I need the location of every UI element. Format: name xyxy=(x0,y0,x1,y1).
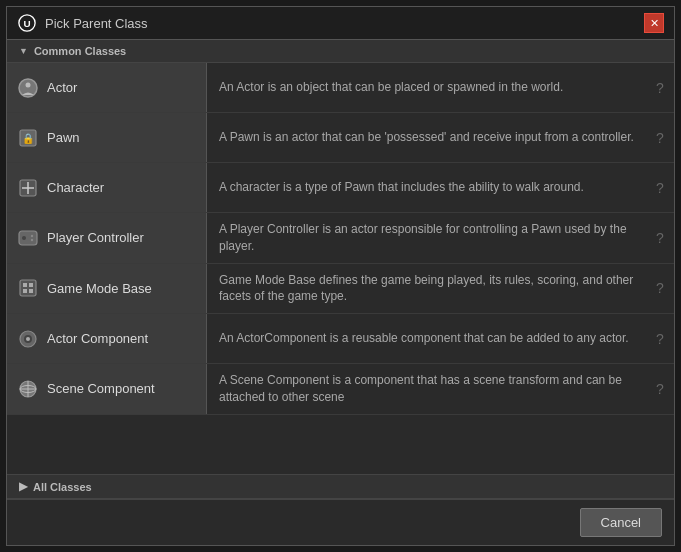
dialog-title: Pick Parent Class xyxy=(45,16,148,31)
class-row-scene-component: Scene Component A Scene Component is a c… xyxy=(7,364,674,415)
pick-parent-class-dialog: U Pick Parent Class ✕ ▼ Common Classes xyxy=(6,6,675,546)
title-bar-left: U Pick Parent Class xyxy=(17,13,148,33)
pawn-info-icon[interactable]: ? xyxy=(646,113,674,162)
bottom-bar: Cancel xyxy=(7,499,674,545)
player-controller-icon xyxy=(17,227,39,249)
game-mode-label: Game Mode Base xyxy=(47,281,152,296)
pawn-icon: 🔒 xyxy=(17,127,39,149)
game-mode-info-icon[interactable]: ? xyxy=(646,264,674,314)
common-classes-arrow-icon: ▼ xyxy=(19,46,28,56)
class-row-pawn: 🔒 Pawn A Pawn is an actor that can be 'p… xyxy=(7,113,674,163)
svg-text:U: U xyxy=(23,18,30,29)
actor-description: An Actor is an object that can be placed… xyxy=(207,63,646,112)
all-classes-label: All Classes xyxy=(33,481,92,493)
svg-point-12 xyxy=(31,239,33,241)
scene-component-icon xyxy=(17,378,39,400)
svg-rect-15 xyxy=(29,283,33,287)
svg-point-10 xyxy=(22,236,26,240)
all-classes-header[interactable]: ▶ All Classes xyxy=(7,474,674,499)
svg-rect-14 xyxy=(23,283,27,287)
game-mode-icon xyxy=(17,277,39,299)
svg-rect-16 xyxy=(23,289,27,293)
character-button[interactable]: Character xyxy=(7,163,207,212)
actor-button[interactable]: Actor xyxy=(7,63,207,112)
class-row-actor-component: Actor Component An ActorComponent is a r… xyxy=(7,314,674,364)
dialog-content: ▼ Common Classes Actor xyxy=(7,40,674,499)
actor-component-info-icon[interactable]: ? xyxy=(646,314,674,363)
svg-rect-13 xyxy=(20,280,36,296)
game-mode-description: Game Mode Base defines the game being pl… xyxy=(207,264,646,314)
pawn-button[interactable]: 🔒 Pawn xyxy=(7,113,207,162)
class-row-game-mode: Game Mode Base Game Mode Base defines th… xyxy=(7,264,674,315)
class-row-character: Character A character is a type of Pawn … xyxy=(7,163,674,213)
player-controller-button[interactable]: Player Controller xyxy=(7,213,207,263)
actor-info-icon[interactable]: ? xyxy=(646,63,674,112)
svg-rect-17 xyxy=(29,289,33,293)
character-label: Character xyxy=(47,180,104,195)
player-controller-info-icon[interactable]: ? xyxy=(646,213,674,263)
scene-component-button[interactable]: Scene Component xyxy=(7,364,207,414)
player-controller-description: A Player Controller is an actor responsi… xyxy=(207,213,646,263)
svg-point-11 xyxy=(31,235,33,237)
close-button[interactable]: ✕ xyxy=(644,13,664,33)
common-classes-label: Common Classes xyxy=(34,45,126,57)
character-description: A character is a type of Pawn that inclu… xyxy=(207,163,646,212)
scene-component-info-icon[interactable]: ? xyxy=(646,364,674,414)
class-row-actor: Actor An Actor is an object that can be … xyxy=(7,63,674,113)
actor-label: Actor xyxy=(47,80,77,95)
actor-component-label: Actor Component xyxy=(47,331,148,346)
character-icon xyxy=(17,177,39,199)
ue-logo-icon: U xyxy=(17,13,37,33)
cancel-button[interactable]: Cancel xyxy=(580,508,662,537)
classes-list: Actor An Actor is an object that can be … xyxy=(7,63,674,474)
svg-text:🔒: 🔒 xyxy=(22,132,35,145)
title-bar: U Pick Parent Class ✕ xyxy=(7,7,674,40)
svg-point-20 xyxy=(26,337,30,341)
svg-rect-9 xyxy=(19,231,37,245)
character-info-icon[interactable]: ? xyxy=(646,163,674,212)
pawn-description: A Pawn is an actor that can be 'possesse… xyxy=(207,113,646,162)
svg-point-3 xyxy=(26,82,31,87)
actor-icon xyxy=(17,77,39,99)
actor-component-icon xyxy=(17,328,39,350)
pawn-label: Pawn xyxy=(47,130,80,145)
class-row-player-controller: Player Controller A Player Controller is… xyxy=(7,213,674,264)
all-classes-arrow-icon: ▶ xyxy=(19,480,27,493)
actor-component-button[interactable]: Actor Component xyxy=(7,314,207,363)
game-mode-button[interactable]: Game Mode Base xyxy=(7,264,207,314)
scene-component-label: Scene Component xyxy=(47,381,155,396)
common-classes-header: ▼ Common Classes xyxy=(7,40,674,63)
scene-component-description: A Scene Component is a component that ha… xyxy=(207,364,646,414)
actor-component-description: An ActorComponent is a reusable componen… xyxy=(207,314,646,363)
player-controller-label: Player Controller xyxy=(47,230,144,245)
